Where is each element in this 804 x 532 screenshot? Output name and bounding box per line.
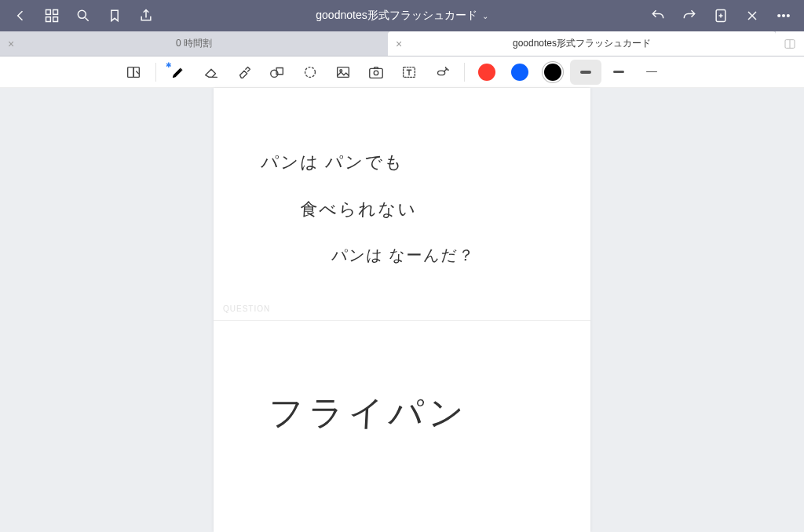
shape-tool-icon[interactable] bbox=[261, 60, 293, 85]
readonly-toggle-icon[interactable] bbox=[118, 60, 149, 85]
title-bar: goodnotes形式フラッシュカード ⌄ bbox=[0, 0, 804, 31]
search-icon[interactable] bbox=[69, 2, 97, 30]
svg-point-6 bbox=[778, 15, 780, 17]
add-page-icon[interactable] bbox=[707, 2, 735, 30]
grid-icon[interactable] bbox=[38, 2, 66, 30]
svg-rect-17 bbox=[370, 68, 383, 78]
svg-rect-1 bbox=[53, 10, 58, 15]
document-title-label: goodnotes形式フラッシュカード bbox=[316, 9, 477, 23]
color-black[interactable] bbox=[537, 60, 568, 85]
question-line: 食べられない bbox=[299, 198, 418, 221]
answer-text: フライパン bbox=[267, 390, 470, 436]
svg-rect-10 bbox=[128, 67, 133, 77]
lasso-tool-icon[interactable] bbox=[294, 60, 326, 85]
stroke-thick[interactable] bbox=[570, 60, 601, 85]
svg-rect-0 bbox=[46, 10, 51, 15]
text-tool-icon[interactable] bbox=[393, 60, 425, 85]
undo-icon[interactable] bbox=[644, 2, 672, 30]
question-line: パンは なーんだ？ bbox=[331, 245, 475, 266]
color-blue[interactable] bbox=[504, 60, 535, 85]
tab-label: 0 時間割 bbox=[176, 37, 212, 50]
question-section-label: QUESTION bbox=[223, 304, 270, 313]
close-tab-icon[interactable]: × bbox=[8, 38, 14, 50]
canvas-stage[interactable]: パンは パンでも 食べられない パンは なーんだ？ QUESTION フライパン bbox=[0, 88, 804, 532]
share-icon[interactable] bbox=[132, 2, 160, 30]
pen-tool-icon[interactable]: ✱ bbox=[163, 60, 194, 85]
color-red[interactable] bbox=[471, 60, 502, 85]
svg-point-7 bbox=[783, 15, 785, 17]
eraser-tool-icon[interactable] bbox=[196, 60, 227, 85]
image-tool-icon[interactable] bbox=[327, 60, 359, 85]
tab-bar: × 0 時間割 × goodnotes形式フラッシュカード bbox=[0, 31, 804, 56]
svg-point-4 bbox=[78, 10, 86, 18]
question-line: パンは パンでも bbox=[260, 151, 404, 174]
chevron-down-icon: ⌄ bbox=[482, 12, 488, 20]
svg-point-16 bbox=[340, 69, 342, 71]
tool-bar: ✱ bbox=[0, 56, 804, 88]
redo-icon[interactable] bbox=[675, 2, 704, 30]
svg-point-8 bbox=[788, 15, 790, 17]
svg-rect-3 bbox=[53, 17, 58, 22]
close-icon[interactable] bbox=[738, 2, 766, 30]
tab-label: goodnotes形式フラッシュカード bbox=[513, 37, 651, 50]
bookmark-icon[interactable] bbox=[100, 2, 129, 30]
stroke-thin[interactable] bbox=[636, 60, 667, 85]
back-icon[interactable] bbox=[6, 2, 35, 30]
tab-active[interactable]: × goodnotes形式フラッシュカード bbox=[388, 31, 776, 56]
document-title[interactable]: goodnotes形式フラッシュカード ⌄ bbox=[160, 9, 644, 23]
svg-point-18 bbox=[374, 71, 378, 75]
magic-tool-icon[interactable] bbox=[426, 60, 458, 85]
tab-inactive[interactable]: × 0 時間割 bbox=[0, 31, 388, 56]
split-view-icon[interactable] bbox=[776, 31, 804, 56]
svg-point-14 bbox=[305, 67, 316, 77]
card-divider bbox=[214, 320, 590, 321]
more-icon[interactable] bbox=[769, 2, 798, 30]
close-tab-icon[interactable]: × bbox=[396, 38, 402, 50]
svg-rect-2 bbox=[46, 17, 51, 22]
camera-tool-icon[interactable] bbox=[360, 60, 392, 85]
bluetooth-icon: ✱ bbox=[166, 61, 172, 69]
divider bbox=[155, 63, 156, 82]
divider bbox=[464, 63, 465, 82]
highlighter-tool-icon[interactable] bbox=[228, 60, 260, 85]
flashcard-page[interactable]: パンは パンでも 食べられない パンは なーんだ？ QUESTION フライパン bbox=[214, 88, 590, 532]
stroke-medium[interactable] bbox=[603, 60, 634, 85]
svg-rect-15 bbox=[338, 67, 349, 77]
